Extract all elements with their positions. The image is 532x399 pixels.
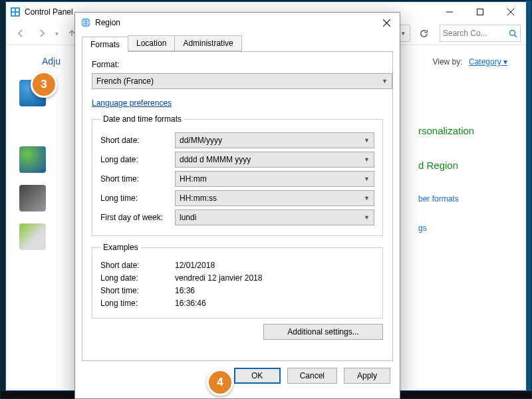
search-box[interactable] xyxy=(440,25,521,42)
tab-location[interactable]: Location xyxy=(128,35,175,51)
category-icon xyxy=(19,223,46,250)
examples-legend: Examples xyxy=(100,243,141,252)
tab-formats[interactable]: Formats xyxy=(82,37,128,52)
ex-long-date-label: Long date: xyxy=(100,273,175,283)
back-button[interactable] xyxy=(11,24,30,43)
first-day-label: First day of week: xyxy=(100,213,175,222)
chevron-down-icon: ▼ xyxy=(364,176,370,182)
forward-button[interactable] xyxy=(33,24,51,43)
language-preferences-link[interactable]: Language preferences xyxy=(92,98,172,108)
svg-point-9 xyxy=(509,30,515,35)
ex-long-time-value: 16:36:46 xyxy=(175,299,206,308)
minimize-button[interactable] xyxy=(434,2,465,22)
long-date-combo[interactable]: dddd d MMMM yyyy▼ xyxy=(175,152,374,168)
first-day-combo[interactable]: lundi▼ xyxy=(175,209,374,225)
category-personalization[interactable]: rsonalization xyxy=(418,125,474,136)
chevron-down-icon: ▼ xyxy=(364,195,370,201)
long-time-label: Long time: xyxy=(100,194,175,203)
callout-4: 4 xyxy=(207,369,233,396)
category-icon xyxy=(19,146,46,173)
short-date-combo[interactable]: dd/MM/yyyy▼ xyxy=(175,132,374,148)
svg-line-10 xyxy=(514,35,517,37)
ex-short-time-label: Short time: xyxy=(100,286,175,295)
search-input[interactable] xyxy=(440,29,505,38)
refresh-button[interactable] xyxy=(416,25,432,41)
maximize-button[interactable] xyxy=(465,2,495,22)
date-time-formats-legend: Date and time formats xyxy=(100,114,184,124)
chevron-down-icon: ▼ xyxy=(364,137,370,144)
format-label: Format: xyxy=(92,60,383,69)
close-button[interactable] xyxy=(495,2,526,22)
svg-rect-4 xyxy=(16,13,19,15)
short-time-label: Short time: xyxy=(100,174,175,184)
date-time-formats-group: Date and time formats Short date: dd/MM/… xyxy=(92,114,383,236)
apply-button[interactable]: Apply xyxy=(344,368,390,384)
link-number-formats[interactable]: ber formats xyxy=(418,194,459,203)
svg-rect-3 xyxy=(12,13,15,15)
ex-short-date-value: 12/01/2018 xyxy=(175,261,215,270)
tab-panel-formats: Format: French (France) ▼ Language prefe… xyxy=(82,51,393,361)
chevron-down-icon: ▼ xyxy=(364,214,370,221)
examples-group: Examples Short date:12/01/2018 Long date… xyxy=(92,243,383,319)
ok-button[interactable]: OK xyxy=(234,368,281,384)
long-date-label: Long date: xyxy=(100,155,175,164)
ex-short-time-value: 16:36 xyxy=(175,286,195,295)
window-title: Control Panel xyxy=(25,7,73,17)
chevron-down-icon: ▼ xyxy=(364,156,370,163)
chevron-down-icon: ▼ xyxy=(382,78,388,84)
control-panel-icon xyxy=(10,7,21,17)
dialog-title: Region xyxy=(95,18,120,27)
cancel-button[interactable]: Cancel xyxy=(287,368,337,384)
ex-short-date-label: Short date: xyxy=(100,261,175,270)
history-chevron-icon[interactable]: ▾ xyxy=(54,30,60,37)
view-by-value[interactable]: Category ▾ xyxy=(469,57,507,66)
long-time-combo[interactable]: HH:mm:ss▼ xyxy=(175,190,374,206)
link-settings[interactable]: gs xyxy=(418,223,427,233)
svg-rect-6 xyxy=(477,9,483,15)
view-by-label: View by: xyxy=(432,57,462,66)
callout-3: 3 xyxy=(31,71,57,98)
ex-long-time-label: Long time: xyxy=(100,299,175,308)
search-icon xyxy=(505,29,520,38)
svg-rect-1 xyxy=(12,9,15,11)
additional-settings-button[interactable]: Additional settings... xyxy=(263,324,383,340)
category-icon xyxy=(19,185,46,211)
dialog-close-button[interactable] xyxy=(373,13,400,33)
tab-administrative[interactable]: Administrative xyxy=(174,35,241,51)
tabstrip: Formats Location Administrative xyxy=(75,34,400,51)
svg-rect-2 xyxy=(16,9,19,11)
view-by: View by: Category ▾ xyxy=(432,57,507,66)
short-time-combo[interactable]: HH:mm▼ xyxy=(175,171,374,187)
format-combo[interactable]: French (France) ▼ xyxy=(92,73,392,89)
ex-long-date-value: vendredi 12 janvier 2018 xyxy=(175,273,262,283)
region-dialog: Region Formats Location Administrative F… xyxy=(74,12,400,399)
short-date-label: Short date: xyxy=(100,136,175,145)
globe-icon xyxy=(80,17,91,28)
format-value: French (France) xyxy=(96,76,154,86)
dialog-titlebar: Region xyxy=(75,13,400,33)
category-region[interactable]: d Region xyxy=(418,160,458,171)
